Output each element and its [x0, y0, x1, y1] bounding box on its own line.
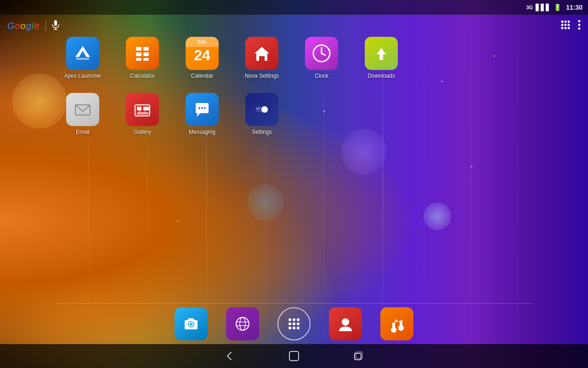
dock-separator: [55, 303, 533, 304]
svg-rect-54: [289, 351, 299, 361]
clock-label: Clock: [315, 73, 328, 79]
svg-point-4: [565, 20, 567, 23]
svg-marker-21: [254, 47, 269, 61]
svg-point-31: [198, 107, 200, 109]
apex-launcher-label: Apex Launcher: [64, 73, 102, 79]
app-icon-downloads[interactable]: Downloads: [363, 37, 400, 79]
app-icon-email[interactable]: Email: [64, 93, 101, 135]
app-grid: Apex Launcher Calculator CAL 24: [64, 37, 551, 135]
svg-rect-55: [355, 353, 361, 360]
downloads-icon-img: [365, 37, 398, 70]
status-bar: 3G ▋▋▋ 🔋 11:30: [0, 0, 588, 15]
svg-marker-25: [377, 48, 386, 60]
svg-rect-28: [137, 107, 141, 110]
dock: [0, 307, 588, 340]
svg-point-52: [297, 327, 300, 329]
svg-rect-20: [143, 58, 149, 61]
clock-icon-img: [305, 37, 338, 70]
svg-rect-15: [136, 47, 141, 51]
time-display: 11:30: [566, 4, 582, 11]
settings-icon-img: [245, 93, 278, 126]
messaging-icon-img: [186, 93, 219, 126]
nova-settings-label: Nova Settings: [245, 73, 279, 79]
svg-point-12: [578, 20, 581, 22]
downloads-label: Downloads: [368, 73, 395, 79]
app-icon-gallery[interactable]: Gallery: [124, 93, 161, 135]
messaging-label: Messaging: [189, 129, 215, 135]
logo-divider: [45, 20, 46, 31]
svg-point-32: [201, 107, 203, 109]
app-row-1: Apex Launcher Calculator CAL 24: [64, 37, 551, 79]
google-logo: Google: [7, 21, 40, 31]
svg-point-13: [578, 23, 581, 26]
app-icon-calculator[interactable]: Calculator: [124, 37, 161, 79]
svg-point-49: [297, 322, 300, 325]
top-bar: Google: [0, 15, 588, 37]
svg-point-8: [568, 23, 570, 26]
svg-point-11: [568, 27, 570, 29]
app-icon-nova-settings[interactable]: Nova Settings: [243, 37, 280, 79]
calendar-icon-img: CAL 24: [186, 37, 219, 70]
network-indicator: 3G: [526, 5, 533, 10]
svg-rect-16: [143, 47, 149, 51]
nova-settings-icon-img: [245, 37, 278, 70]
svg-point-3: [561, 20, 564, 23]
app-icon-apex-launcher[interactable]: Apex Launcher: [64, 37, 101, 79]
overflow-menu-icon[interactable]: [578, 20, 581, 32]
calendar-label: Calendar: [191, 73, 214, 79]
svg-point-6: [561, 23, 564, 26]
svg-point-35: [261, 106, 268, 113]
calendar-date: 24: [194, 48, 210, 63]
svg-point-9: [561, 27, 564, 29]
svg-rect-0: [54, 20, 57, 26]
svg-rect-18: [143, 52, 149, 56]
gallery-label: Gallery: [134, 129, 151, 135]
svg-point-7: [565, 23, 567, 26]
gallery-icon-img: [126, 93, 159, 126]
svg-point-39: [190, 323, 192, 326]
calculator-label: Calculator: [130, 73, 155, 79]
svg-point-14: [578, 27, 581, 29]
svg-rect-19: [136, 58, 141, 61]
email-icon-img: [66, 93, 99, 126]
dock-contacts[interactable]: [329, 307, 362, 340]
svg-point-45: [293, 318, 295, 321]
svg-point-5: [568, 20, 570, 23]
svg-point-50: [288, 327, 291, 329]
signal-icon: ▋▋▋: [536, 4, 551, 11]
svg-point-53: [342, 318, 349, 326]
svg-line-24: [322, 53, 325, 55]
back-button[interactable]: [220, 347, 239, 365]
settings-label: Settings: [252, 129, 271, 135]
dock-camera[interactable]: [175, 307, 208, 340]
svg-point-33: [204, 107, 206, 109]
svg-point-41: [240, 317, 245, 330]
svg-point-10: [565, 27, 567, 29]
svg-point-48: [293, 322, 295, 325]
svg-rect-36: [256, 108, 260, 109]
svg-rect-17: [136, 52, 141, 56]
svg-point-51: [293, 327, 295, 329]
home-button[interactable]: [285, 347, 303, 365]
svg-point-44: [288, 318, 291, 321]
mic-icon[interactable]: [51, 20, 60, 32]
battery-icon: 🔋: [554, 4, 561, 11]
svg-point-40: [236, 317, 249, 330]
app-icon-clock[interactable]: Clock: [303, 37, 340, 79]
grid-menu-icon[interactable]: [560, 20, 571, 32]
dock-app-launcher[interactable]: [277, 307, 311, 340]
email-label: Email: [76, 129, 90, 135]
nav-bar: [0, 344, 588, 368]
app-icon-messaging[interactable]: Messaging: [184, 93, 220, 135]
svg-point-46: [297, 318, 300, 321]
dock-music[interactable]: [380, 307, 413, 340]
apex-launcher-icon-img: [66, 37, 99, 70]
recent-apps-button[interactable]: [349, 347, 368, 365]
svg-point-47: [288, 322, 291, 325]
app-icon-calendar[interactable]: CAL 24 Calendar: [184, 37, 220, 79]
app-row-2: Email Gallery: [64, 93, 551, 135]
calculator-icon-img: [126, 37, 159, 70]
svg-rect-29: [143, 107, 150, 110]
dock-browser[interactable]: [226, 307, 259, 340]
app-icon-settings[interactable]: Settings: [243, 93, 280, 135]
